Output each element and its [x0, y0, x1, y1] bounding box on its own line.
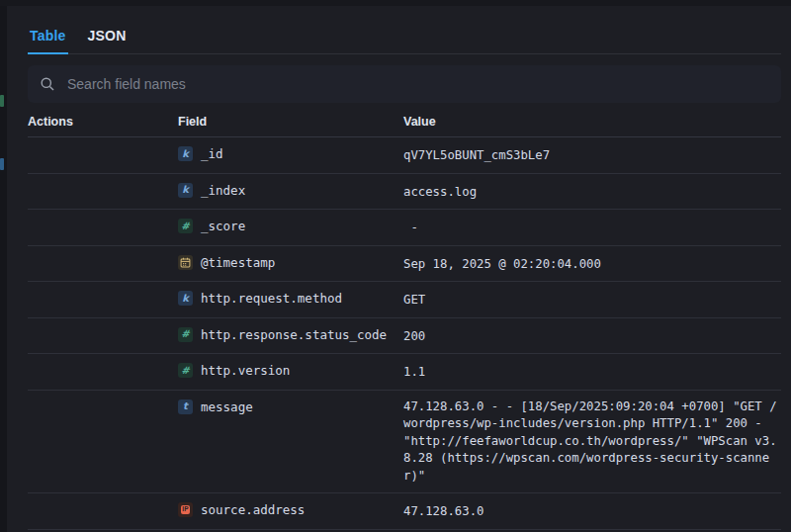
table-row: # _score -	[28, 210, 781, 246]
field-value-cell: GET	[403, 282, 781, 317]
field-cell: k _index	[178, 174, 403, 208]
table-row: # http.response.status_code 200	[28, 318, 781, 355]
field-value: 47.128.63.0	[403, 503, 483, 521]
field-cell: k http.request.method	[178, 282, 403, 315]
search-input[interactable]	[65, 75, 769, 93]
date-field-type-icon	[178, 255, 193, 270]
field-value: 200	[403, 328, 425, 346]
field-value-cell: 47.128.63.0	[403, 493, 781, 529]
field-value-cell: 200	[403, 318, 781, 354]
table-row: @timestamp Sep 18, 2025 @ 02:20:04.000	[28, 246, 781, 283]
background-blue-icon	[0, 158, 4, 170]
field-value: -	[403, 220, 425, 237]
field-name: _index	[201, 182, 245, 200]
field-name: http.request.method	[201, 290, 342, 308]
field-value-cell: -	[403, 210, 781, 245]
text-field-type-icon: t	[178, 399, 193, 414]
row-actions-cell[interactable]	[28, 174, 178, 190]
field-cell: # http.version	[178, 354, 403, 388]
row-actions-cell[interactable]	[28, 391, 178, 406]
keyword-field-type-icon: k	[178, 146, 193, 161]
field-value: Sep 18, 2025 @ 02:20:04.000	[403, 256, 601, 274]
number-field-type-icon: #	[178, 219, 193, 233]
field-cell: IP source.address	[178, 493, 403, 527]
keyword-field-type-icon: k	[178, 183, 193, 198]
field-name: http.version	[201, 362, 290, 380]
underlying-page-left-edge	[0, 0, 7, 532]
row-actions-cell[interactable]	[28, 246, 178, 262]
field-value-cell: qV7YL5oBUNT_cmS3bLe7	[403, 137, 781, 173]
field-search-box[interactable]	[28, 65, 781, 103]
header-actions: Actions	[28, 115, 178, 129]
field-value: qV7YL5oBUNT_cmS3bLe7	[403, 147, 550, 165]
number-field-type-icon: #	[178, 327, 193, 342]
tab-json[interactable]: JSON	[86, 24, 129, 54]
field-name: message	[201, 399, 253, 416]
field-name: http.response.status_code	[201, 326, 387, 344]
row-actions-cell[interactable]	[28, 282, 178, 298]
field-cell: # _score	[178, 210, 403, 243]
search-icon	[40, 76, 55, 92]
field-rows: k _id qV7YL5oBUNT_cmS3bLe7 k _index acce…	[28, 137, 781, 532]
row-actions-cell[interactable]	[28, 210, 178, 225]
field-name: source.address	[201, 501, 305, 519]
table-row: IP source.address 47.128.63.0	[28, 493, 781, 530]
field-value-cell: 47.128.63.0 - - [18/Sep/2025:09:20:04 +0…	[403, 391, 781, 493]
header-value: Value	[403, 115, 781, 129]
table-row: k http.request.method GET	[28, 282, 781, 318]
field-value: access.log	[403, 184, 477, 202]
field-cell: t message	[178, 391, 403, 424]
table-row: # http.version 1.1	[28, 354, 781, 391]
row-actions-cell[interactable]	[28, 354, 178, 370]
field-value: GET	[403, 292, 425, 310]
ip-field-type-icon: IP	[178, 502, 193, 517]
number-field-type-icon: #	[178, 363, 193, 378]
document-viewer-flyout: Table JSON Actions Field Value k _id qV7…	[7, 6, 791, 532]
header-field: Field	[178, 115, 403, 129]
table-header: Actions Field Value	[28, 107, 781, 137]
field-cell: @timestamp	[178, 246, 403, 280]
tab-table[interactable]: Table	[28, 24, 68, 54]
doc-viewer-tabs: Table JSON	[28, 24, 781, 54]
field-value-cell: 1.1	[403, 354, 781, 390]
table-row: k _index access.log	[28, 174, 781, 211]
row-actions-cell[interactable]	[28, 137, 178, 153]
row-actions-cell[interactable]	[28, 318, 178, 334]
field-value-cell: access.log	[403, 174, 781, 210]
field-name: _id	[201, 145, 223, 163]
table-row: k _id qV7YL5oBUNT_cmS3bLe7	[28, 137, 781, 174]
field-cell: k _id	[178, 137, 403, 171]
field-cell: # http.response.status_code	[178, 318, 403, 352]
background-green-icon	[0, 95, 4, 107]
field-name: _score	[201, 218, 245, 235]
keyword-field-type-icon: k	[178, 291, 193, 306]
field-value: 1.1	[403, 364, 425, 382]
row-actions-cell[interactable]	[28, 493, 178, 509]
field-name: @timestamp	[201, 254, 275, 272]
table-row: t message 47.128.63.0 - - [18/Sep/2025:0…	[28, 391, 781, 494]
field-value: 47.128.63.0 - - [18/Sep/2025:09:20:04 +0…	[403, 399, 781, 486]
field-value-cell: Sep 18, 2025 @ 02:20:04.000	[403, 246, 781, 282]
